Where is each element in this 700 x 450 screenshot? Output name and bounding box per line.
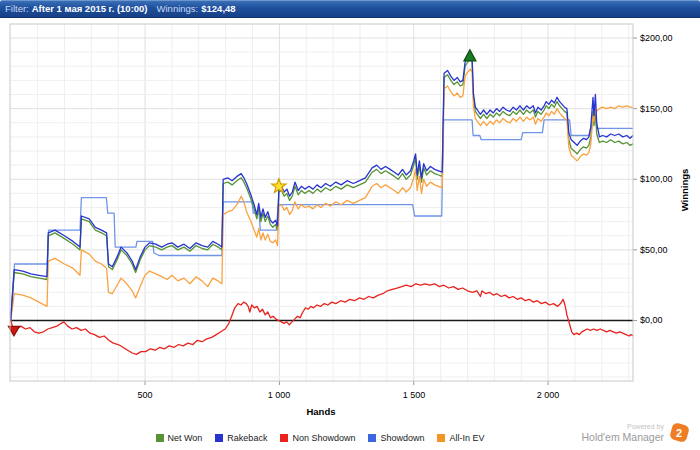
- legend-item-showdown[interactable]: Showdown: [368, 433, 424, 443]
- legend-label: Net Won: [168, 433, 203, 443]
- rakeback-swatch-icon: [215, 434, 223, 442]
- branding-text: Powered by Hold'em Manager: [581, 423, 664, 443]
- chart-legend: Net Won Rakeback Non Showdown Showdown A…: [0, 433, 640, 443]
- y-tick-150: $150,00: [640, 104, 673, 114]
- legend-label: Showdown: [380, 433, 424, 443]
- legend-label: Non Showdown: [292, 433, 355, 443]
- powered-by-text: Powered by: [627, 423, 664, 430]
- legend-label: All-In EV: [449, 433, 484, 443]
- x-tick-1500: 1 500: [379, 390, 449, 400]
- x-axis-title: Hands: [306, 406, 335, 417]
- legend-item-rakeback[interactable]: Rakeback: [215, 433, 267, 443]
- hm2-branding: Powered by Hold'em Manager 2: [581, 423, 688, 443]
- y-tick-100: $100,00: [640, 174, 673, 184]
- hm2-graph-window: { "titlebar": { "filter_label": "Filter:…: [0, 0, 700, 450]
- y-tick-200: $200,00: [640, 33, 673, 43]
- x-tick-2000: 2 000: [513, 390, 583, 400]
- app-name-text: Hold'em Manager: [581, 432, 664, 443]
- legend-item-non-showdown[interactable]: Non Showdown: [280, 433, 355, 443]
- y-tick-50: $50,00: [640, 245, 668, 255]
- showdown-swatch-icon: [368, 434, 376, 442]
- x-tick-1000: 1 000: [244, 390, 314, 400]
- x-tick-500: 500: [110, 390, 180, 400]
- non-showdown-swatch-icon: [280, 434, 288, 442]
- y-axis-title: Winnings: [679, 169, 690, 212]
- all-in-ev-swatch-icon: [437, 434, 445, 442]
- y-tick-0: $0,00: [640, 315, 663, 325]
- legend-item-all-in-ev[interactable]: All-In EV: [437, 433, 484, 443]
- legend-label: Rakeback: [227, 433, 267, 443]
- net-won-swatch-icon: [156, 434, 164, 442]
- badge-number: 2: [676, 427, 682, 439]
- hm2-badge-icon: 2: [669, 422, 690, 443]
- plot-background: [10, 24, 633, 381]
- chart-plot-area: [0, 0, 700, 450]
- legend-item-net-won[interactable]: Net Won: [156, 433, 203, 443]
